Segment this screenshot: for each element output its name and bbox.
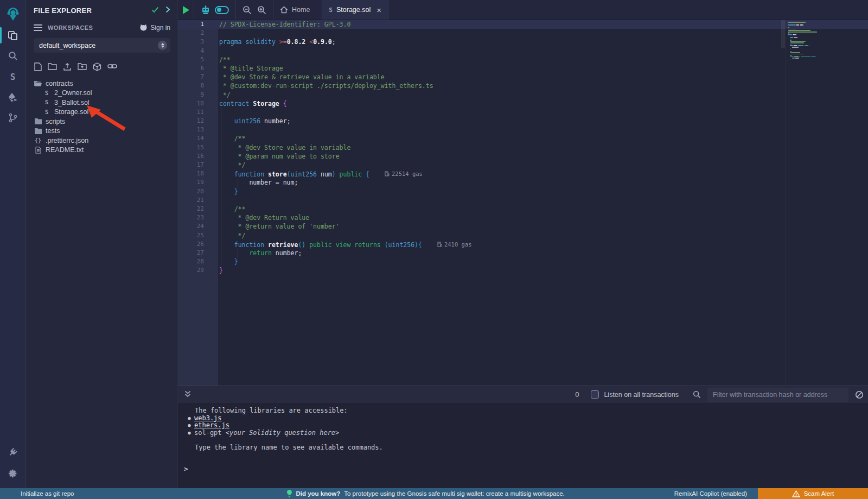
code-text [218, 47, 868, 55]
collapse-terminal-icon[interactable] [182, 390, 193, 400]
link-icon[interactable] [107, 62, 117, 73]
status-bar: Initialize as git repo Did you know? To … [0, 488, 868, 499]
code-line-10[interactable]: 10contract Storage { [178, 99, 868, 108]
code-line-8[interactable]: 8 * @custom:dev-run-script ./scripts/dep… [178, 81, 868, 90]
terminal-prompt[interactable]: > [178, 465, 868, 473]
tree-item-label: 2_Owner.sol [54, 89, 92, 97]
code-line-22[interactable]: 22 /** [178, 205, 868, 213]
code-line-17[interactable]: 17 */ [178, 161, 868, 169]
ai-copilot-robot-icon[interactable] [201, 5, 210, 15]
minimap[interactable] [786, 20, 868, 386]
tree-item-tests[interactable]: tests [26, 127, 177, 136]
transaction-filter-input[interactable] [707, 388, 848, 402]
sidebar-item-git[interactable] [0, 108, 26, 128]
code-line-3[interactable]: 3pragma solidity >=0.8.2 <0.9.0; [178, 37, 868, 46]
code-line-18[interactable]: 18 function store(uint256 num) public {2… [178, 169, 868, 178]
code-line-26[interactable]: 26 function retrieve() public view retur… [178, 240, 868, 249]
code-line-13[interactable]: 13 [178, 125, 868, 134]
zoom-in-icon[interactable] [257, 5, 266, 15]
scrollbar-thumb[interactable] [781, 20, 785, 48]
remix-ide-window: S FILE EXPLORER [0, 0, 868, 499]
bullet-icon: ● [187, 415, 192, 422]
code-line-14[interactable]: 14 /** [178, 134, 868, 143]
editor-area: Home S Storage.sol × 1// SPDX-License-Id… [178, 0, 868, 488]
tree-item-label: 3_Ballot.sol [54, 99, 90, 106]
file-explorer-panel: FILE EXPLORER WORKSPACES Sign in default… [26, 0, 177, 488]
code-text: * @dev Return value [218, 213, 868, 222]
workspaces-menu-icon[interactable] [34, 24, 42, 31]
listen-all-transactions-checkbox[interactable] [591, 390, 599, 399]
init-git-repo-button[interactable]: Initialize as git repo [21, 490, 74, 497]
code-line-16[interactable]: 16 * @param num value to store [178, 152, 868, 161]
new-folder-icon[interactable] [48, 62, 57, 73]
tree-item-label: Storage.sol [54, 108, 88, 116]
code-editor[interactable]: 1// SPDX-License-Identifier: GPL-3.023pr… [178, 20, 868, 386]
code-line-12[interactable]: 12 uint256 number; [178, 117, 868, 125]
run-script-button[interactable] [178, 0, 194, 20]
code-line-29[interactable]: 29} [178, 266, 868, 275]
ai-copilot-toggle[interactable] [215, 6, 229, 14]
code-text: contract Storage { [218, 99, 868, 108]
code-line-4[interactable]: 4 [178, 47, 868, 55]
code-line-15[interactable]: 15 * @dev Store value in variable [178, 143, 868, 152]
sidebar-item-settings[interactable] [0, 463, 26, 484]
code-line-19[interactable]: 19 number = num; [178, 178, 868, 187]
search-icon[interactable] [693, 390, 701, 399]
chevron-right-icon[interactable] [165, 5, 170, 15]
sidebar-item-plugin-manager[interactable] [0, 443, 26, 463]
check-icon[interactable] [151, 5, 159, 15]
code-line-28[interactable]: 28 } [178, 257, 868, 266]
tree-item-scripts[interactable]: scripts [26, 117, 177, 127]
line-number: 13 [178, 125, 218, 134]
code-text: * @custom:dev-run-script ./scripts/deplo… [218, 81, 868, 90]
copilot-status[interactable]: RemixAI Copilot (enabled) [674, 490, 747, 497]
code-line-24[interactable]: 24 * @return value of 'number' [178, 222, 868, 231]
solidity-icon: S [43, 90, 50, 97]
tree-item--prettierrc-json[interactable]: {}.prettierrc.json [26, 136, 177, 146]
tree-item-storage-sol[interactable]: SStorage.sol [26, 108, 177, 117]
code-line-25[interactable]: 25 */ [178, 231, 868, 240]
tree-item-label: contracts [46, 80, 73, 87]
upload-folder-icon[interactable] [78, 62, 87, 73]
code-line-23[interactable]: 23 * @dev Return value [178, 213, 868, 222]
code-line-11[interactable]: 11 [178, 108, 868, 117]
cube-icon[interactable] [93, 62, 101, 73]
indent-guide [238, 179, 238, 187]
terminal-link-web3-js[interactable]: web3.js [194, 415, 222, 422]
tree-item-2-owner-sol[interactable]: S2_Owner.sol [26, 89, 177, 98]
sign-in-button[interactable]: Sign in [139, 24, 170, 31]
code-line-9[interactable]: 9 */ [178, 91, 868, 99]
remix-ai-logo-icon[interactable] [0, 3, 26, 25]
tree-item-label: scripts [46, 118, 65, 125]
workspace-select[interactable]: default_workspace [34, 38, 170, 53]
tab-storage-sol[interactable]: S Storage.sol × [322, 0, 388, 20]
clear-console-icon[interactable] [855, 390, 864, 399]
tab-home[interactable]: Home [273, 0, 316, 20]
code-line-2[interactable]: 2 [178, 29, 868, 37]
sidebar-item-file-explorer[interactable] [0, 25, 26, 46]
close-tab-icon[interactable]: × [376, 5, 381, 15]
scam-alert-button[interactable]: Scam Alert [758, 488, 868, 499]
code-line-7[interactable]: 7 * @dev Store & retrieve value in a var… [178, 73, 868, 81]
new-file-icon[interactable] [34, 62, 42, 73]
upload-file-icon[interactable] [63, 62, 72, 73]
editor-toolbar: Home S Storage.sol × [178, 0, 868, 20]
code-line-27[interactable]: 27 return number; [178, 249, 868, 257]
terminal-link-ethers-js[interactable]: ethers.js [194, 422, 229, 429]
line-number: 5 [178, 55, 218, 64]
zoom-out-icon[interactable] [242, 5, 252, 15]
code-text: function store(uint256 num) public {2251… [218, 169, 868, 178]
code-line-5[interactable]: 5/** [178, 55, 868, 64]
tree-item-readme-txt[interactable]: README.txt [26, 146, 177, 155]
tree-item-3-ballot-sol[interactable]: S3_Ballot.sol [26, 98, 177, 108]
tree-item-contracts[interactable]: contracts [26, 79, 177, 89]
file-tree: contractsS2_Owner.solS3_Ballot.solSStora… [26, 78, 177, 155]
code-line-20[interactable]: 20 } [178, 187, 868, 196]
code-line-6[interactable]: 6 * @title Storage [178, 64, 868, 73]
code-line-1[interactable]: 1// SPDX-License-Identifier: GPL-3.0 [178, 20, 868, 29]
sidebar-item-search[interactable] [0, 46, 26, 66]
line-number: 20 [178, 187, 218, 196]
sidebar-item-deploy-and-run[interactable] [0, 87, 26, 108]
code-line-21[interactable]: 21 [178, 196, 868, 205]
sidebar-item-solidity-compiler[interactable]: S [0, 66, 26, 87]
